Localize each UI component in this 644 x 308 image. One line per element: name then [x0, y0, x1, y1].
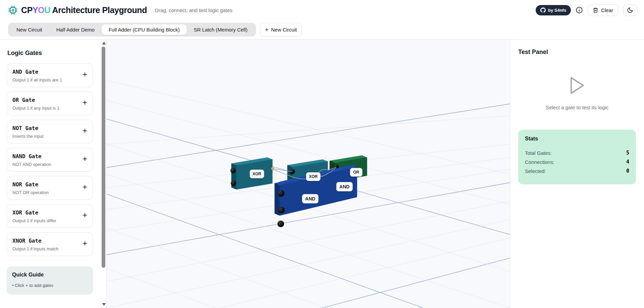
scrollbar-thumb[interactable]: [102, 47, 105, 268]
gate-card-description: NOT OR operation: [12, 190, 87, 195]
stat-row: Total Gates:5: [525, 150, 629, 156]
github-icon: [540, 7, 546, 13]
quick-guide: Quick Guide • Click + to add gates: [7, 266, 93, 295]
info-button[interactable]: [576, 6, 583, 14]
tab-full-adder-cpu-building-block[interactable]: Full Adder (CPU Building Block): [102, 24, 187, 35]
gate-card-or: OR Gate+Output 1 if any input is 1: [7, 91, 93, 115]
gate-label-or[interactable]: OR: [350, 168, 362, 177]
add-gate-button[interactable]: +: [81, 210, 89, 221]
gate-card-not: NOT Gate+Inverts the input: [7, 120, 93, 143]
github-author-label: by S4nfs: [548, 8, 566, 13]
gate-label-and[interactable]: AND: [302, 194, 318, 203]
clear-label: Clear: [601, 7, 613, 13]
dark-mode-toggle[interactable]: [623, 4, 637, 16]
gate-label-and[interactable]: AND: [336, 182, 353, 191]
plus-icon: +: [265, 27, 269, 33]
gate-card-name: NOT Gate: [12, 125, 87, 131]
gate-card-nand: NAND Gate+NOT AND operation: [7, 148, 93, 172]
add-gate-button[interactable]: +: [81, 69, 89, 80]
info-icon: [576, 6, 583, 14]
circuit-tab-group: New CircuitHalf Adder DemoFull Adder (CP…: [8, 23, 256, 37]
input-connector-sphere[interactable]: [278, 207, 285, 213]
input-connector-sphere[interactable]: [278, 190, 284, 197]
gate-card-description: NOT AND operation: [12, 162, 87, 167]
tab-sr-latch-memory-cell[interactable]: SR Latch (Memory Cell): [187, 24, 255, 35]
svg-text:XOR: XOR: [309, 174, 318, 179]
circuit-tabstrip: New CircuitHalf Adder DemoFull Adder (CP…: [0, 20, 644, 40]
svg-text:XOR: XOR: [253, 172, 261, 176]
svg-text:OR: OR: [353, 170, 359, 175]
gate-list: AND Gate+Output 1 if all inputs are 1OR …: [7, 63, 93, 256]
gate-card-nor: NOR Gate+NOT OR operation: [7, 176, 93, 200]
gate-card-name: OR Gate: [12, 97, 87, 103]
quick-guide-items: • Click + to add gates: [12, 282, 88, 289]
quick-guide-item: • Click + to add gates: [12, 282, 88, 289]
test-panel-title: Test Panel: [518, 49, 636, 56]
app-subtitle: Drag, connect, and test logic gates: [155, 7, 232, 13]
stats-title: Stats: [525, 136, 629, 142]
app-title: CPYOU Architecture Playground: [21, 5, 147, 15]
circuit-3d-canvas[interactable]: XORXORORANDAND: [107, 40, 510, 308]
play-icon: [569, 76, 585, 95]
tab-half-adder-demo[interactable]: Half Adder Demo: [49, 24, 102, 35]
new-circuit-button[interactable]: + New Circuit: [260, 23, 302, 37]
gate-card-name: AND Gate: [12, 69, 87, 75]
scroll-up-arrow[interactable]: [102, 42, 106, 45]
gate-card-name: XOR Gate: [12, 209, 87, 216]
sidebar-title: Logic Gates: [7, 50, 93, 57]
header-actions: by S4nfs Clear: [536, 4, 637, 16]
sidebar-scrollbar[interactable]: [101, 40, 106, 308]
brand: CPYOU Architecture Playground Drag, conn…: [8, 5, 232, 15]
clear-button[interactable]: Clear: [588, 4, 618, 16]
stat-label: Connections:: [525, 159, 554, 165]
input-connector-sphere[interactable]: [277, 221, 284, 227]
new-circuit-label: New Circuit: [271, 27, 297, 33]
stats-rows: Total Gates:5Connections:4Selected:0: [525, 150, 629, 174]
stat-value: 5: [626, 150, 629, 156]
gate-card-description: Output 1 if inputs match: [12, 246, 87, 251]
trash-icon: [593, 7, 598, 13]
svg-text:AND: AND: [305, 196, 315, 201]
github-author-button[interactable]: by S4nfs: [536, 5, 571, 15]
gate-card-name: NOR Gate: [12, 181, 87, 188]
logic-gates-sidebar: Logic Gates AND Gate+Output 1 if all inp…: [0, 40, 107, 308]
scene-svg: XORXORORANDAND: [107, 40, 510, 308]
add-gate-button[interactable]: +: [81, 238, 89, 249]
gate-card-name: NAND Gate: [12, 153, 87, 160]
add-gate-button[interactable]: +: [81, 97, 89, 108]
input-connector-sphere[interactable]: [230, 168, 236, 173]
cpu-chip-icon: [8, 5, 18, 15]
scroll-down-arrow[interactable]: [102, 303, 106, 306]
stats-card: Stats Total Gates:5Connections:4Selected…: [518, 130, 636, 184]
svg-text:AND: AND: [339, 184, 350, 189]
add-gate-button[interactable]: +: [81, 125, 89, 136]
gate-card-description: Output 1 if inputs differ: [12, 218, 87, 223]
stat-label: Total Gates:: [525, 150, 552, 156]
stat-value: 4: [626, 159, 629, 165]
gate-card-and: AND Gate+Output 1 if all inputs are 1: [7, 63, 93, 87]
moon-icon: [627, 7, 633, 13]
test-panel-empty-message: Select a gate to test its logic: [546, 105, 608, 110]
gate-label-xor[interactable]: XOR: [306, 173, 320, 181]
quick-guide-title: Quick Guide: [12, 272, 88, 278]
gate-card-name: XNOR Gate: [12, 238, 87, 244]
add-gate-button[interactable]: +: [81, 153, 89, 164]
gate-card-description: Output 1 if any input is 1: [12, 106, 87, 111]
stat-label: Selected:: [525, 168, 546, 174]
stat-row: Selected:0: [525, 168, 629, 174]
gate-card-xor: XOR Gate+Output 1 if inputs differ: [7, 204, 93, 228]
stat-value: 0: [626, 168, 629, 174]
gate-card-description: Inverts the input: [12, 134, 87, 139]
test-panel-empty-state: Select a gate to test its logic: [518, 76, 636, 110]
stat-row: Connections:4: [525, 159, 629, 165]
input-connector-sphere[interactable]: [231, 181, 236, 186]
gate-card-description: Output 1 if all inputs are 1: [12, 77, 87, 82]
add-gate-button[interactable]: +: [81, 182, 89, 192]
gate-label-xor[interactable]: XOR: [250, 170, 264, 178]
gate-card-xnor: XNOR Gate+Output 1 if inputs match: [7, 232, 93, 256]
test-panel: Test Panel Select a gate to test its log…: [510, 40, 644, 308]
tab-new-circuit[interactable]: New Circuit: [9, 24, 49, 35]
app-header: CPYOU Architecture Playground Drag, conn…: [0, 0, 644, 20]
